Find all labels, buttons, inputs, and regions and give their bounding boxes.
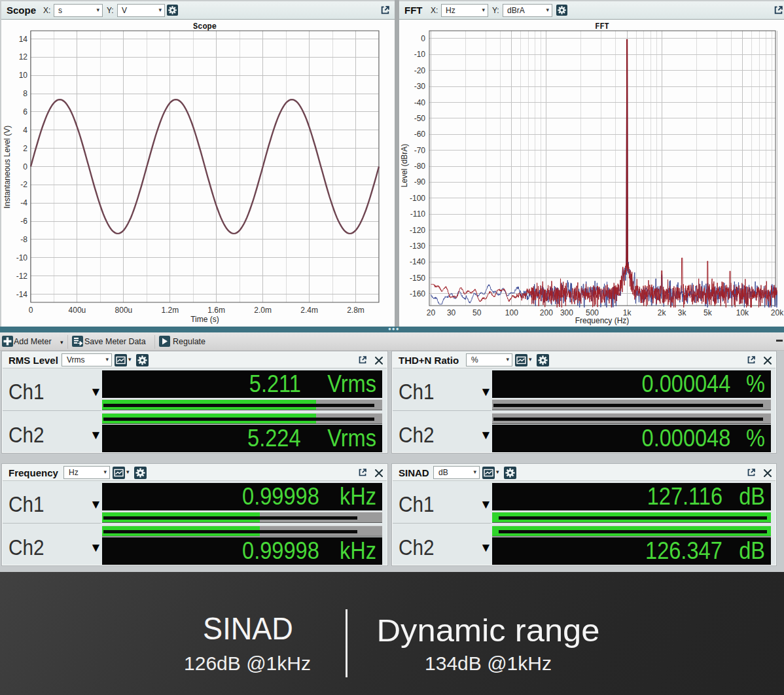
svg-text:300: 300	[560, 308, 573, 317]
svg-text:-8: -8	[20, 235, 27, 244]
svg-text:800u: 800u	[115, 306, 133, 315]
svg-text:-70: -70	[414, 146, 426, 155]
svg-text:-40: -40	[414, 98, 426, 107]
svg-text:FFT: FFT	[595, 22, 609, 31]
svg-text:30: 30	[447, 308, 456, 317]
svg-text:2k: 2k	[658, 308, 667, 317]
svg-text:-120: -120	[410, 226, 425, 235]
svg-text:-2: -2	[20, 180, 27, 189]
svg-text:-30: -30	[414, 82, 426, 91]
svg-text:4: 4	[23, 126, 27, 135]
svg-text:-130: -130	[410, 241, 425, 251]
svg-text:Level (dBrA): Level (dBrA)	[400, 144, 409, 188]
svg-text:2.4m: 2.4m	[300, 306, 318, 315]
svg-text:-6: -6	[20, 217, 27, 226]
svg-text:-90: -90	[414, 177, 426, 187]
svg-text:-150: -150	[410, 274, 425, 283]
svg-text:10: 10	[19, 71, 28, 80]
svg-text:-110: -110	[410, 209, 425, 219]
svg-text:-60: -60	[414, 130, 426, 139]
svg-text:-50: -50	[414, 114, 426, 123]
svg-text:2.8m: 2.8m	[347, 306, 365, 315]
svg-text:-100: -100	[410, 194, 425, 203]
svg-text:-12: -12	[16, 272, 28, 281]
svg-text:3k: 3k	[678, 308, 687, 317]
svg-text:5k: 5k	[704, 308, 713, 317]
svg-text:Frequency (Hz): Frequency (Hz)	[575, 316, 630, 325]
svg-text:-160: -160	[410, 289, 425, 298]
svg-text:Time (s): Time (s)	[190, 315, 219, 324]
svg-text:100: 100	[505, 308, 518, 317]
svg-text:10k: 10k	[736, 308, 749, 317]
svg-text:1.2m: 1.2m	[161, 306, 179, 315]
svg-text:50: 50	[472, 308, 482, 317]
svg-text:2: 2	[23, 144, 27, 153]
svg-text:-140: -140	[410, 257, 425, 266]
svg-text:-14: -14	[16, 290, 28, 299]
svg-text:8: 8	[23, 89, 27, 98]
svg-text:12: 12	[19, 52, 28, 62]
svg-text:20k: 20k	[771, 308, 784, 317]
svg-text:-10: -10	[16, 253, 28, 262]
svg-text:-4: -4	[20, 198, 27, 207]
svg-text:20: 20	[427, 308, 436, 317]
svg-text:0: 0	[29, 306, 33, 315]
svg-text:14: 14	[19, 35, 28, 44]
svg-text:2.0m: 2.0m	[254, 306, 272, 315]
svg-text:6: 6	[23, 107, 27, 116]
svg-text:-80: -80	[414, 162, 426, 171]
svg-text:200: 200	[540, 308, 553, 317]
svg-text:400u: 400u	[69, 306, 86, 315]
svg-text:1.6m: 1.6m	[207, 306, 225, 315]
svg-text:Scope: Scope	[193, 22, 217, 31]
svg-text:-20: -20	[414, 66, 426, 75]
svg-text:0: 0	[421, 34, 425, 43]
svg-text:0: 0	[23, 162, 27, 171]
svg-text:-10: -10	[414, 50, 426, 59]
svg-text:Instantaneous Level (V): Instantaneous Level (V)	[3, 126, 12, 209]
